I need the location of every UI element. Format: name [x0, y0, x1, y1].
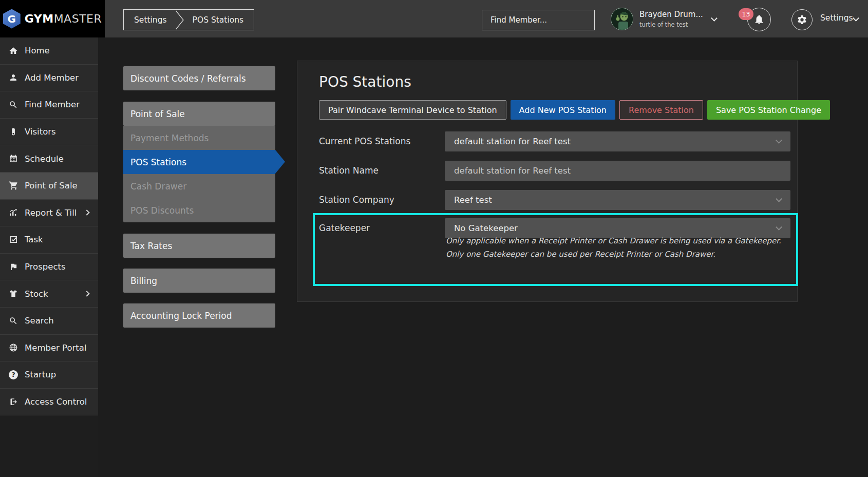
- sidebar-item-search[interactable]: Search: [0, 308, 98, 335]
- chevron-right-icon: [84, 210, 89, 216]
- station-company-select[interactable]: Reef test: [445, 190, 790, 210]
- sidebar-item-label: Startup: [25, 370, 56, 379]
- menu-label: Accounting Lock Period: [130, 311, 232, 321]
- menu-point-of-sale[interactable]: Point of Sale: [123, 102, 275, 126]
- logo-text-bold: GYM: [25, 12, 54, 25]
- menu-accounting-lock[interactable]: Accounting Lock Period: [123, 303, 275, 328]
- submenu-label: POS Stations: [130, 157, 186, 167]
- remove-station-button[interactable]: Remove Station: [619, 100, 703, 120]
- station-name-input[interactable]: [445, 161, 790, 181]
- station-name-label: Station Name: [319, 165, 379, 176]
- gatekeeper-label: Gatekeeper: [319, 223, 370, 233]
- sidebar-item-find-member[interactable]: Find Member: [0, 91, 98, 119]
- menu-label: Discount Codes / Referrals: [130, 73, 246, 84]
- point-of-sale-icon: [8, 181, 19, 191]
- submenu-payment-methods[interactable]: Payment Methods: [123, 126, 275, 150]
- stock-icon: [8, 289, 19, 299]
- submenu-pos-discounts[interactable]: POS Discounts: [123, 198, 275, 222]
- bell-icon: [753, 14, 765, 25]
- logo-text-light: MASTER: [54, 12, 102, 25]
- sidebar-item-task[interactable]: Task: [0, 226, 98, 254]
- menu-label: Point of Sale: [130, 109, 185, 119]
- breadcrumb: Settings POS Stations: [123, 9, 254, 30]
- sidebar-item-startup[interactable]: ? Startup: [0, 361, 98, 389]
- current-pos-value: default station for Reef test: [454, 137, 571, 146]
- sidebar-item-label: Stock: [25, 289, 48, 299]
- logo-text: GYMMASTER: [25, 12, 102, 25]
- notification-badge: 13: [739, 8, 753, 20]
- prospects-icon: [8, 262, 19, 272]
- submenu-pos-stations[interactable]: POS Stations: [123, 150, 275, 174]
- active-pointer: [275, 150, 285, 174]
- home-icon: [8, 46, 19, 56]
- current-pos-select[interactable]: default station for Reef test: [445, 131, 790, 151]
- sidebar-item-home[interactable]: Home: [0, 37, 98, 65]
- chevron-down-icon: [776, 224, 782, 231]
- menu-tax-rates[interactable]: Tax Rates: [123, 234, 275, 258]
- settings-chevron-down-icon[interactable]: [853, 15, 859, 22]
- sidebar-item-visitors[interactable]: Visitors: [0, 119, 98, 146]
- add-pos-station-button[interactable]: Add New POS Station: [511, 100, 615, 120]
- sidebar-item-stock[interactable]: Stock: [0, 280, 98, 308]
- breadcrumb-chevron-icon: [175, 10, 184, 30]
- logo-hexagon-icon: G: [3, 9, 21, 29]
- top-bar: G GYMMASTER Settings POS Stations: [0, 0, 868, 37]
- menu-discount-codes[interactable]: Discount Codes / Referrals: [123, 66, 275, 90]
- current-pos-label: Current POS Stations: [319, 136, 410, 146]
- schedule-icon: [8, 154, 19, 164]
- sidebar-item-schedule[interactable]: Schedule: [0, 145, 98, 173]
- sidebar-item-member-portal[interactable]: Member Portal: [0, 335, 98, 362]
- chevron-down-icon: [776, 137, 782, 144]
- menu-billing[interactable]: Billing: [123, 269, 275, 293]
- find-member-icon: [8, 100, 19, 110]
- submenu-label: POS Discounts: [130, 205, 194, 216]
- sidebar: Home Add Member Find Member Visitors Sch…: [0, 37, 98, 477]
- find-member-input[interactable]: [482, 15, 590, 25]
- menu-label: Billing: [130, 276, 157, 286]
- breadcrumb-pos-stations[interactable]: POS Stations: [193, 15, 244, 25]
- station-company-value: Reef test: [454, 195, 492, 205]
- user-subtitle: turtle of the test: [639, 21, 688, 28]
- sidebar-item-label: Add Member: [25, 73, 79, 83]
- sidebar-item-label: Prospects: [25, 262, 66, 272]
- sidebar-item-point-of-sale[interactable]: Point of Sale: [0, 173, 98, 200]
- chevron-down-icon: [776, 196, 782, 202]
- gatekeeper-value: No Gatekeeper: [454, 223, 518, 233]
- access-control-icon: [8, 397, 19, 407]
- sidebar-item-label: Point of Sale: [25, 181, 78, 190]
- sidebar-item-label: Visitors: [25, 127, 56, 137]
- app-window: G GYMMASTER Settings POS Stations: [0, 0, 868, 477]
- submenu-cash-drawer[interactable]: Cash Drawer: [123, 174, 275, 198]
- settings-menu-label[interactable]: Settings: [820, 13, 853, 23]
- pair-windcave-button[interactable]: Pair Windcave Terminal Device to Station: [319, 100, 506, 120]
- user-name[interactable]: Brayden Drum...: [639, 10, 703, 19]
- sidebar-item-prospects[interactable]: Prospects: [0, 254, 98, 281]
- settings-gear-button[interactable]: [791, 9, 813, 30]
- sidebar-item-report-till[interactable]: Report & Till: [0, 200, 98, 227]
- point-of-sale-submenu: Payment Methods POS Stations Cash Drawer…: [123, 126, 275, 222]
- logo-letter: G: [8, 13, 16, 25]
- sidebar-item-access-control[interactable]: Access Control: [0, 389, 98, 416]
- sidebar-item-label: Task: [25, 235, 43, 244]
- sidebar-item-label: Search: [25, 316, 54, 326]
- visitors-icon: [8, 127, 19, 137]
- task-icon: [8, 235, 19, 245]
- gatekeeper-note: Only applicable when a Receipt Printer o…: [446, 234, 789, 261]
- user-menu-chevron-down-icon[interactable]: [711, 15, 718, 22]
- gear-icon: [797, 14, 807, 25]
- sidebar-item-add-member[interactable]: Add Member: [0, 65, 98, 92]
- user-avatar[interactable]: [611, 8, 633, 30]
- chevron-right-icon: [84, 291, 89, 296]
- startup-icon: ?: [8, 370, 19, 380]
- report-till-icon: [8, 207, 19, 218]
- gymmaster-logo[interactable]: G GYMMASTER: [0, 0, 105, 37]
- menu-label: Tax Rates: [130, 241, 172, 251]
- sidebar-item-label: Access Control: [25, 397, 87, 407]
- member-portal-icon: [8, 342, 19, 353]
- find-member-search: [482, 10, 595, 30]
- save-pos-station-button[interactable]: Save POS Station Change: [707, 100, 830, 120]
- submenu-label: Payment Methods: [130, 133, 209, 143]
- breadcrumb-settings[interactable]: Settings: [134, 15, 167, 25]
- sidebar-item-label: Member Portal: [25, 343, 87, 353]
- pos-stations-panel: POS Stations Pair Windcave Terminal Devi…: [297, 61, 798, 302]
